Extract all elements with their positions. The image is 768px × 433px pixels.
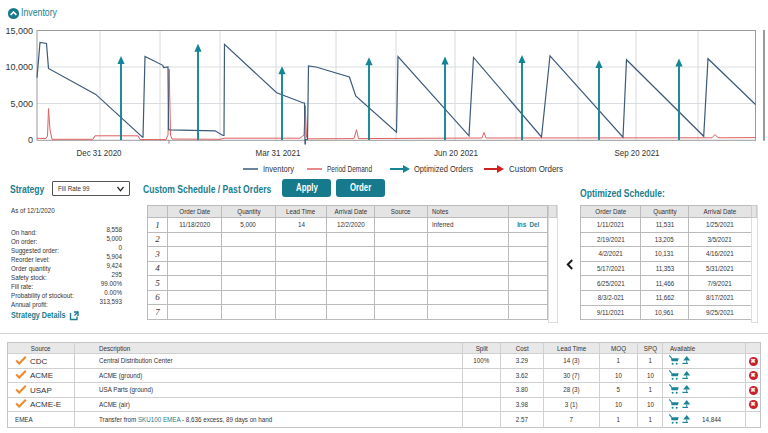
- svg-text:Sep 20 2021: Sep 20 2021: [615, 148, 660, 158]
- svg-text:Inventory: Inventory: [263, 164, 294, 174]
- svg-text:10,000: 10,000: [5, 62, 33, 72]
- svg-text:0: 0: [28, 135, 33, 145]
- svg-text:Period Demand: Period Demand: [327, 164, 372, 174]
- svg-text:Mar 31 2021: Mar 31 2021: [256, 148, 301, 158]
- svg-text:Dec 31 2020: Dec 31 2020: [77, 148, 122, 158]
- svg-text:Optimized Orders: Optimized Orders: [414, 164, 473, 174]
- svg-text:15,000: 15,000: [5, 26, 33, 36]
- svg-text:Jun 20 2021: Jun 20 2021: [434, 148, 478, 158]
- svg-text:5,000: 5,000: [10, 99, 33, 109]
- svg-text:Custom Orders: Custom Orders: [509, 164, 563, 174]
